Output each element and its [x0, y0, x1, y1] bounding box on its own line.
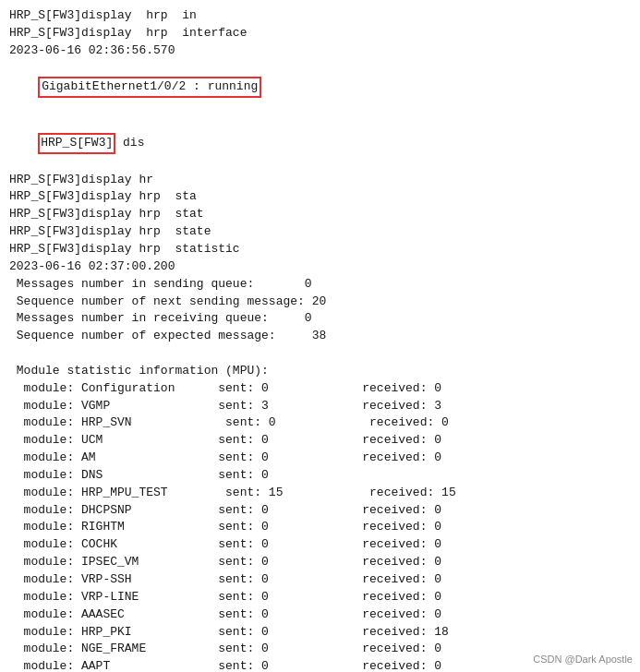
watermark: CSDN @Dark Apostle [533, 654, 633, 665]
line-1: HRP_S[FW3]display hrp in [9, 7, 631, 25]
line-9: HRP_S[FW3]display hrp state [9, 223, 631, 241]
line-32: module: HRP_PKI sent: 0 received: 18 [9, 624, 631, 642]
line-19: module: VGMP sent: 3 received: 3 [9, 398, 631, 415]
line-10: HRP_S[FW3]display hrp statistic [9, 241, 631, 258]
line-2: HRP_S[FW3]display hrp interface [9, 25, 631, 42]
line-7: HRP_S[FW3]display hrp sta [9, 188, 631, 206]
highlight-prompt: HRP_S[FW3] [38, 133, 115, 154]
line-26: module: RIGHTM sent: 0 received: 0 [9, 519, 631, 536]
line-3: 2023-06-16 02:36:56.570 [9, 42, 631, 60]
line-27: module: COCHK sent: 0 received: 0 [9, 536, 631, 554]
line-12: Messages number in sending queue: 0 [9, 276, 631, 294]
line-blank [9, 345, 631, 363]
line-17: Module statistic information (MPU): [9, 363, 631, 380]
line-8: HRP_S[FW3]display hrp stat [9, 206, 631, 223]
line-30: module: VRP-LINE sent: 0 received: 0 [9, 589, 631, 606]
line-20: module: HRP_SVN sent: 0 received: 0 [9, 414, 631, 432]
line-14: Messages number in receiving queue: 0 [9, 310, 631, 328]
line-11: 2023-06-16 02:37:00.200 [9, 258, 631, 276]
terminal-output: HRP_S[FW3]display hrp in HRP_S[FW3]displ… [0, 0, 640, 672]
line-21: module: UCM sent: 0 received: 0 [9, 432, 631, 450]
line-24: module: HRP_MPU_TEST sent: 15 received: … [9, 485, 631, 502]
line-23: module: DNS sent: 0 [9, 467, 631, 485]
line-4: GigabitEthernet1/0/2 : running [9, 60, 631, 116]
line-13: Sequence number of next sending message:… [9, 294, 631, 311]
line-18: module: Configuration sent: 0 received: … [9, 380, 631, 398]
highlight-interface: GigabitEthernet1/0/2 : running [38, 77, 261, 98]
line-6: HRP_S[FW3]display hr [9, 172, 631, 189]
line-5: HRP_S[FW3] dis [9, 115, 631, 172]
line-28: module: IPSEC_VM sent: 0 received: 0 [9, 554, 631, 571]
dis-text: dis [115, 136, 144, 150]
line-15: Sequence number of expected message: 38 [9, 328, 631, 345]
line-31: module: AAASEC sent: 0 received: 0 [9, 606, 631, 624]
line-29: module: VRP-SSH sent: 0 received: 0 [9, 571, 631, 589]
line-22: module: AM sent: 0 received: 0 [9, 450, 631, 467]
line-25: module: DHCPSNP sent: 0 received: 0 [9, 502, 631, 520]
